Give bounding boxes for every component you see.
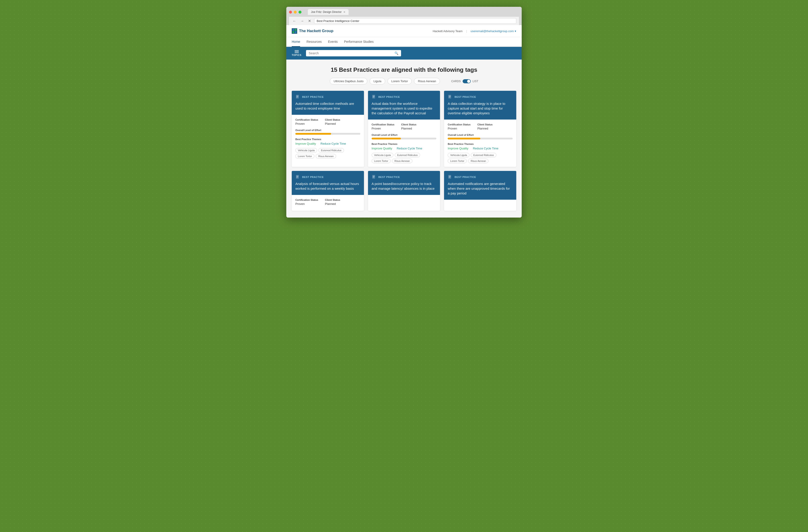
- cards-label: CARDS: [451, 80, 461, 83]
- card-2-body: Certification Status Proven Client Statu…: [368, 120, 440, 167]
- card-tag[interactable]: Lorem Tortor: [448, 159, 467, 163]
- card-5[interactable]: Best Practice A point based/occurrence p…: [368, 171, 440, 211]
- svg-rect-9: [373, 96, 374, 96]
- card-3[interactable]: Best Practice A data collection strategy…: [444, 91, 516, 167]
- nav-item-performance-studies[interactable]: Performance Studies: [344, 37, 374, 47]
- card-tag[interactable]: Risus Aenean: [468, 159, 489, 163]
- svg-rect-18: [296, 177, 298, 177]
- nav-item-events[interactable]: Events: [328, 37, 338, 47]
- nav-item-resources[interactable]: Resources: [307, 37, 322, 47]
- close-tab-button[interactable]: ✕: [343, 11, 345, 14]
- filter-tag-2[interactable]: Lorem Tortor: [387, 78, 412, 85]
- card-2-fields: Certification Status Proven Client Statu…: [372, 123, 437, 130]
- card-4[interactable]: Best Practice Analysis of forecasted ver…: [292, 171, 364, 211]
- card-6-header: Best Practice Automated notifications ar…: [444, 171, 516, 200]
- svg-rect-6: [296, 96, 298, 97]
- card-3-label: Best Practice: [448, 94, 513, 99]
- nav-item-home[interactable]: Home: [292, 37, 300, 47]
- card-2-header: Best Practice Actual data from the workf…: [368, 91, 440, 120]
- theme-reduce-cycle-time[interactable]: Reduce Cycle Time: [397, 147, 422, 150]
- svg-rect-21: [373, 176, 374, 176]
- filter-tag-0[interactable]: Ultricies Dapibus Justo: [330, 78, 367, 85]
- topics-bar: TOPICS 🔍: [286, 47, 522, 59]
- svg-rect-7: [296, 97, 298, 97]
- logo-icon: [292, 28, 297, 34]
- document-icon: [372, 94, 377, 99]
- view-toggle-switch[interactable]: [463, 79, 471, 83]
- close-window-button[interactable]: [289, 11, 292, 14]
- card-tag[interactable]: Vehicula Ligula: [372, 153, 393, 157]
- card-1-body: Certification Status Proven Client Statu…: [292, 115, 364, 162]
- card-tag[interactable]: Euismod Ridiculus: [318, 148, 344, 152]
- tab-bar: Joe Fritz: Design Director ✕: [308, 9, 349, 15]
- list-label: LIST: [473, 80, 478, 83]
- cert-status-group: Certification Status Proven: [295, 118, 318, 126]
- card-1-effort: Overall Level of Effort: [295, 129, 360, 135]
- card-tag[interactable]: Vehicula Ligula: [295, 148, 317, 152]
- search-input[interactable]: [309, 51, 393, 55]
- card-3-body: Certification Status Proven Client Statu…: [444, 120, 516, 167]
- minimize-window-button[interactable]: [294, 11, 297, 14]
- svg-rect-1: [295, 29, 296, 31]
- theme-improve-quality[interactable]: Improve Quality: [372, 147, 392, 150]
- filter-tag-3[interactable]: Risus Aenean: [414, 78, 440, 85]
- page-title: 15 Best Practices are aligned with the f…: [292, 66, 516, 73]
- card-2-tags: Vehicula Ligula Euismod Ridiculus Lorem …: [372, 153, 437, 163]
- card-tag[interactable]: Vehicula Ligula: [448, 153, 470, 157]
- svg-rect-23: [373, 177, 374, 178]
- site-nav: Home Resources Events Performance Studie…: [286, 37, 522, 47]
- card-tag[interactable]: Risus Aenean: [316, 154, 336, 159]
- browser-controls: Joe Fritz: Design Director ✕: [289, 9, 519, 15]
- card-tag[interactable]: Lorem Tortor: [372, 159, 391, 163]
- theme-reduce-cycle-time[interactable]: Reduce Cycle Time: [320, 142, 346, 145]
- user-email[interactable]: useremail@thehackettgroup.com ▾: [471, 30, 516, 33]
- card-1[interactable]: Best Practice Automated time collection …: [292, 91, 364, 167]
- effort-fill: [372, 137, 401, 140]
- client-status-group: Client Status Planned: [401, 123, 417, 130]
- forward-button[interactable]: →: [299, 19, 305, 23]
- card-4-label: Best Practice: [295, 175, 360, 180]
- url-bar[interactable]: [314, 18, 516, 24]
- reload-button[interactable]: ✕: [307, 18, 312, 23]
- header-divider: |: [466, 30, 467, 33]
- card-5-title: A point based/occurrence policy to track…: [372, 181, 437, 191]
- effort-bar: [295, 133, 360, 135]
- card-3-effort: Overall Level of Effort: [448, 133, 513, 140]
- svg-rect-15: [449, 97, 450, 97]
- card-1-title: Automated time collection methods are us…: [295, 101, 360, 111]
- maximize-window-button[interactable]: [298, 11, 301, 14]
- topics-button[interactable]: TOPICS: [292, 50, 301, 56]
- card-6-title: Automated notifications are generated wh…: [448, 181, 513, 196]
- filter-tag-1[interactable]: Ligula: [370, 78, 385, 85]
- card-tag[interactable]: Euismod Ridiculus: [471, 153, 496, 157]
- card-tag[interactable]: Euismod Ridiculus: [395, 153, 420, 157]
- search-icon: 🔍: [394, 51, 398, 55]
- card-tag[interactable]: Risus Aenean: [392, 159, 412, 163]
- svg-rect-0: [292, 29, 294, 31]
- theme-improve-quality[interactable]: Improve Quality: [295, 142, 316, 145]
- document-icon: [295, 175, 300, 180]
- header-right: Hackett Advisory Team | useremail@thehac…: [433, 30, 516, 33]
- card-6-label: Best Practice: [448, 175, 513, 180]
- theme-improve-quality[interactable]: Improve Quality: [448, 147, 468, 150]
- svg-rect-5: [296, 96, 298, 96]
- theme-reduce-cycle-time[interactable]: Reduce Cycle Time: [473, 147, 498, 150]
- card-1-themes: Best Practice Themes Improve Quality Red…: [295, 138, 360, 145]
- browser-chrome: Joe Fritz: Design Director ✕ ← → ✕: [286, 7, 522, 25]
- back-button[interactable]: ←: [292, 19, 297, 23]
- app-content: The Hackett Group Hackett Advisory Team …: [286, 25, 522, 218]
- card-3-tags: Vehicula Ligula Euismod Ridiculus Lorem …: [448, 153, 513, 163]
- card-2[interactable]: Best Practice Actual data from the workf…: [368, 91, 440, 167]
- card-2-themes: Best Practice Themes Improve Quality Red…: [372, 143, 437, 150]
- card-6[interactable]: Best Practice Automated notifications ar…: [444, 171, 516, 211]
- card-3-title: A data collection strategy is in place t…: [448, 101, 513, 115]
- document-icon: [295, 94, 300, 99]
- client-status-group: Client Status Planned: [325, 118, 340, 126]
- card-tag[interactable]: Lorem Tortor: [295, 154, 314, 159]
- browser-tab[interactable]: Joe Fritz: Design Director ✕: [308, 9, 349, 15]
- card-4-fields: Certification Status Proven Client Statu…: [295, 199, 360, 206]
- theme-links: Improve Quality Reduce Cycle Time: [295, 142, 360, 145]
- topics-label: TOPICS: [292, 54, 301, 56]
- card-3-fields: Certification Status Proven Client Statu…: [448, 123, 513, 130]
- card-2-title: Actual data from the workforce managemen…: [372, 101, 437, 115]
